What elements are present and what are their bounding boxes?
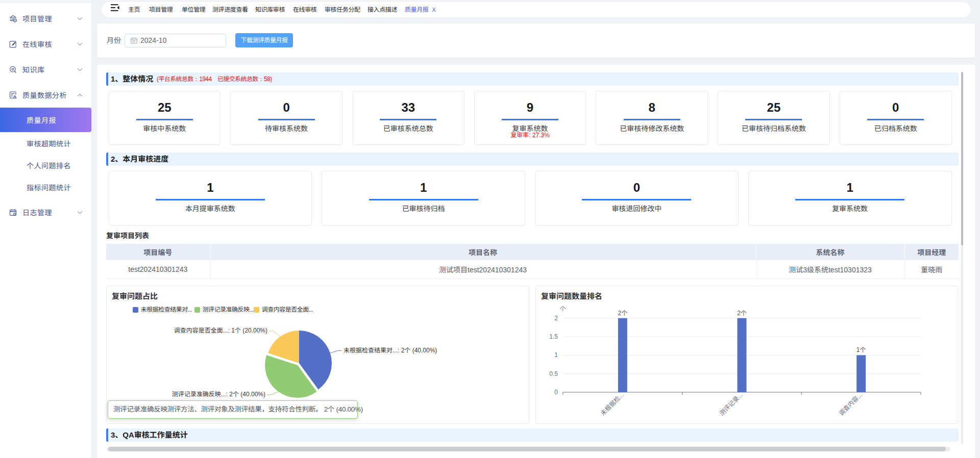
stat-value: 0 [535,179,738,196]
month-stat-card: 1本月提审系统数 [109,171,312,225]
sidebar-item-online-review[interactable]: 在线审核 [0,31,91,57]
stat-underline [156,199,265,200]
table-header-row: 项目编号项目名称系统名称项目经理 [106,244,959,260]
chevron-down-icon [77,210,83,215]
vertical-scrollbar-thumb[interactable] [961,72,963,245]
sidebar-subitem-indicator-issues[interactable]: 指标问题统计 [0,176,91,198]
calendar-edit-icon-svg [9,209,17,216]
month-value: 2024-10 [140,34,166,47]
section-note: (平台系统总数：1944 已提交系统总数：58) [157,72,272,86]
sidebar-item-logs[interactable]: 日志管理 [0,199,91,225]
sidebar-menu: 项目管理在线审核知识库质量数据分析质量月报审核超期统计个人问题排名指标问题统计日… [0,3,91,225]
top-tab-bar: 主页项目管理单位管理测评进度查看知识库审核在线审核审核任务分配接入点描述质量月报… [92,0,980,20]
sidebar-item-label: 知识库 [22,64,45,74]
table-header-cell: 项目编号 [106,244,210,260]
stat-value: 0 [840,98,951,116]
section-title: 1、整体情况 [111,72,153,86]
sidebar-item-knowledge[interactable]: 知识库 [0,57,91,82]
table-row[interactable]: test202410301243测试项目test202410301243测试3级… [106,260,959,278]
pie-tooltip-text: 测评记录准确反映测评方法、测评对象及测评结果，支持符合性判断。 2个 (40.0… [113,401,352,418]
stat-underline [867,119,924,120]
chevron-down-icon-svg [77,41,83,47]
bank-search-icon [9,15,17,22]
menu-collapse-icon[interactable] [111,4,119,12]
search-doc-icon-svg [9,66,17,73]
table-header-cell: 系统名称 [756,244,904,260]
overall-stats-row: 25审核中系统数0待审核系统数33已审核系统总数9复审系统数复审率: 27.3%… [109,91,952,145]
download-report-button[interactable]: 下载测评质量月报 [235,33,293,47]
bank-search-icon-svg [9,15,17,22]
month-picker-input[interactable]: 2024-10 [125,34,226,47]
bar-value-label: 2个 [610,309,635,317]
stat-value: 0 [231,98,342,116]
bar-chart[interactable] [536,286,959,424]
stat-underline [258,119,315,120]
table-header-cell: 项目名称 [210,244,756,260]
stat-label: 本月提审系统数 [109,203,312,214]
bar-1[interactable] [738,318,747,392]
section-bar [106,152,108,166]
stat-value: 8 [596,98,707,116]
month-stats-row: 1本月提审系统数1已审核待归档0审核退回修改中1复审系统数 [109,171,952,225]
stat-label: 已审核系统总数 [353,123,464,134]
chevron-down-icon [77,67,83,72]
month-stat-card: 1已审核待归档 [322,171,525,225]
tab-在线审核[interactable]: 在线审核 [293,2,316,17]
bar-chart-card: 复审问题数量排名 00.511.522个未根据检...2个测评记录...1个调查… [535,286,959,424]
calendar-edit-icon [9,209,17,216]
stat-underline [745,119,802,120]
overall-stat-card: 9复审系统数复审率: 27.3% [474,91,586,145]
sidebar-item-label: 在线审核 [22,39,52,49]
chevron-up-icon-svg [77,92,83,98]
filter-card: 月份 2024-10 下载测评质量月报 [97,23,975,58]
month-label: 月份 [107,23,121,58]
overall-stat-card: 25已审核待归档系统数 [718,91,830,145]
tab-质量月报[interactable]: 质量月报X [405,2,436,17]
sidebar-item-project[interactable]: 项目管理 [0,6,91,31]
tab-知识库审核[interactable]: 知识库审核 [255,2,285,17]
tab-测评进度查看[interactable]: 测评进度查看 [212,2,248,17]
horizontal-scrollbar-thumb[interactable] [108,447,946,451]
chevron-up-icon [77,92,83,98]
stat-value: 33 [353,98,464,116]
tab-label: 在线审核 [293,6,316,13]
overall-stat-card: 25审核中系统数 [109,91,221,145]
stat-label: 已审核待归档 [322,203,525,214]
section-header-month: 2、本月审核进度 [106,152,959,166]
chevron-down-icon-svg [77,210,83,215]
tab-单位管理[interactable]: 单位管理 [182,2,205,17]
sidebar-item-quality-analysis[interactable]: 质量数据分析 [0,82,91,108]
tab-label: 主页 [128,6,140,13]
chevron-down-icon-svg [77,16,83,21]
stat-underline [582,199,691,200]
sidebar-subitem-personal-issues[interactable]: 个人问题排名 [0,154,91,176]
chevron-down-icon-svg [77,67,83,72]
sidebar-item-label: 质量数据分析 [22,90,67,100]
overall-stat-card: 33已审核系统总数 [352,91,464,145]
stat-value: 1 [749,179,951,196]
tab-审核任务分配[interactable]: 审核任务分配 [325,2,360,17]
y-axis-tick-label: 1.5 [549,333,558,341]
overall-stat-card: 0待审核系统数 [230,91,342,145]
stat-label: 审核退回修改中 [535,203,738,214]
stat-value: 25 [109,98,220,116]
review-project-table: 项目编号项目名称系统名称项目经理 test202410301243测试项目tes… [106,244,959,279]
y-axis-tick-label: 0 [554,388,558,396]
stat-label: 已审核待归档系统数 [718,123,829,134]
stat-underline [502,119,558,120]
tab-主页[interactable]: 主页 [128,2,140,17]
bar-value-label: 2个 [729,309,755,317]
stat-label: 已归档系统数 [840,123,951,134]
tab-项目管理[interactable]: 项目管理 [149,2,173,17]
bar-0[interactable] [618,318,627,392]
calendar-icon-svg [131,37,137,44]
section-bar [106,72,108,86]
stat-label: 已审核待修改系统数 [596,123,707,134]
sidebar: 项目管理在线审核知识库质量数据分析质量月报审核超期统计个人问题排名指标问题统计日… [0,0,92,458]
bar-2[interactable] [856,355,866,392]
sidebar-subitem-quality-monthly[interactable]: 质量月报 [0,108,91,132]
tab-label: 接入点描述 [368,6,397,13]
tab-接入点描述[interactable]: 接入点描述 [368,2,397,17]
sidebar-subitem-review-overdue[interactable]: 审核超期统计 [0,132,91,154]
tab-close-icon[interactable]: X [432,7,435,13]
